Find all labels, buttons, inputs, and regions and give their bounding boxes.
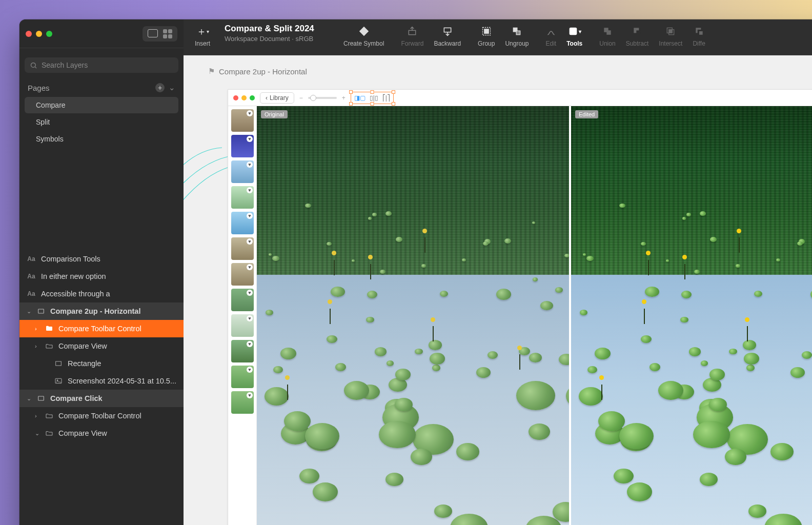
pages-label: Pages — [28, 84, 50, 92]
svg-rect-6 — [38, 396, 44, 400]
svg-rect-2 — [38, 309, 44, 313]
thumbnail[interactable]: ♥ — [231, 366, 254, 388]
layer-group[interactable]: ⌄ Compare View — [19, 425, 184, 442]
canvas[interactable]: ⚑ Compare 2up - Horizontal ‹ Library − — [184, 55, 812, 525]
disclosure-icon[interactable]: › — [35, 343, 40, 349]
send-backward-icon — [442, 25, 453, 38]
add-page-button[interactable]: + — [155, 83, 165, 92]
favorite-icon[interactable]: ♥ — [247, 264, 253, 270]
mock-body: ♥♥♥♥♥♥♥♥♥♥♥♥ Original Edited — [228, 106, 812, 525]
compare-slider-icon[interactable]: ⎡|⎤ — [382, 94, 390, 102]
thumbnail[interactable]: ♥ — [231, 289, 254, 311]
layer-group[interactable]: › Compare Toolbar Control — [19, 407, 184, 425]
favorite-icon[interactable]: ♥ — [247, 315, 253, 321]
search-layers-input[interactable]: Search Layers — [25, 57, 178, 73]
thumbnail[interactable]: ♥ — [231, 263, 254, 286]
thumbnail[interactable]: ♥ — [231, 340, 254, 362]
rectangle-icon — [54, 359, 63, 368]
library-back-button[interactable]: ‹ Library — [260, 92, 294, 104]
text-layer[interactable]: AaAccessible through a — [19, 285, 184, 302]
favorite-icon[interactable]: ♥ — [247, 290, 253, 296]
zoom-slider[interactable]: − + — [299, 94, 346, 102]
disclosure-icon[interactable]: ⌄ — [35, 430, 40, 437]
group-button[interactable]: Group — [473, 24, 500, 48]
favorite-icon[interactable]: ♥ — [247, 238, 253, 245]
disclosure-icon[interactable]: ⌄ — [27, 308, 32, 315]
layer-selected[interactable]: › Compare Toolbar Control — [19, 320, 184, 337]
canvas-view-icon[interactable] — [148, 29, 158, 37]
thumbnail[interactable]: ♥ — [231, 109, 254, 132]
text-layer[interactable]: AaComparison Tools — [19, 250, 184, 268]
thumbnail-strip[interactable]: ♥♥♥♥♥♥♥♥♥♥♥♥ — [228, 106, 257, 525]
layer-rectangle[interactable]: Rectangle — [19, 355, 184, 372]
pane-original[interactable]: Original — [257, 106, 569, 525]
pane-edited[interactable]: Edited — [569, 106, 812, 525]
document-title[interactable]: Compare & Split 2024 Workspace Document … — [215, 24, 338, 43]
minimize-window-icon[interactable] — [36, 31, 42, 37]
thumbnail[interactable]: ♥ — [231, 237, 254, 260]
artboard-icon — [37, 307, 45, 315]
layer-image[interactable]: Screenshot 2024-05-31 at 10.5... — [19, 372, 184, 390]
page-item[interactable]: Compare — [25, 97, 178, 113]
favorite-icon[interactable]: ♥ — [247, 367, 253, 373]
forward-button[interactable]: Forward — [396, 24, 429, 48]
favorite-icon[interactable]: ♥ — [247, 161, 253, 168]
collapse-pages-icon[interactable]: ⌄ — [169, 83, 175, 92]
insert-button[interactable]: ＋▾ Insert — [190, 24, 215, 48]
grid-view-icon[interactable] — [163, 29, 172, 38]
favorite-icon[interactable]: ♥ — [247, 187, 253, 193]
fullscreen-window-icon[interactable] — [46, 31, 52, 37]
thumbnail[interactable]: ♥ — [231, 314, 254, 337]
artboard-label[interactable]: ⚑ Compare 2up - Horizontal — [208, 67, 307, 76]
disclosure-icon[interactable]: › — [35, 326, 40, 332]
top-toolbar: ＋▾ Insert Compare & Split 2024 Workspace… — [184, 19, 812, 55]
favorite-icon[interactable]: ♥ — [247, 341, 253, 347]
ungroup-icon — [512, 25, 522, 38]
create-symbol-button[interactable]: Create Symbol — [338, 24, 389, 48]
compare-split-icon[interactable]: ▯|▯ — [370, 94, 378, 102]
main-area: ＋▾ Insert Compare & Split 2024 Workspace… — [184, 19, 812, 525]
compare-2up-icon[interactable]: ◨▢ — [354, 94, 366, 102]
minus-icon[interactable]: − — [299, 94, 303, 102]
sidebar-view-toggle[interactable] — [143, 26, 177, 42]
svg-rect-3 — [56, 361, 62, 366]
artboard[interactable]: ‹ Library − + ◨▢ ▯|▯ ⎡|⎤ — [228, 89, 812, 525]
traffic-lights[interactable] — [26, 31, 52, 37]
close-window-icon[interactable] — [26, 31, 32, 37]
edit-button[interactable]: Edit — [540, 24, 561, 48]
thumbnail[interactable]: ♥ — [231, 212, 254, 234]
artboard-group[interactable]: ⌄ Compare 2up - Horizontal — [19, 302, 184, 320]
edited-badge: Edited — [575, 110, 598, 118]
group-icon — [481, 25, 492, 38]
favorite-icon[interactable]: ♥ — [247, 136, 253, 142]
layer-group[interactable]: › Compare View — [19, 337, 184, 355]
thumbnail[interactable]: ♥ — [231, 160, 254, 183]
disclosure-icon[interactable]: › — [35, 413, 40, 419]
ungroup-button[interactable]: Ungroup — [500, 24, 534, 48]
thumbnail[interactable]: ♥ — [231, 186, 254, 209]
flag-icon: ⚑ — [208, 67, 215, 76]
svg-rect-17 — [669, 30, 673, 33]
search-placeholder: Search Layers — [42, 61, 88, 69]
tools-button[interactable]: ▾ Tools — [561, 24, 587, 48]
favorite-icon[interactable]: ♥ — [247, 392, 253, 398]
sidebar: Canvas Search Layers Pages + ⌄ CompareSp… — [19, 19, 184, 525]
backward-button[interactable]: Backward — [429, 24, 466, 48]
text-layer[interactable]: AaIn either new option — [19, 268, 184, 285]
thumbnail[interactable]: ♥ — [231, 135, 254, 157]
folder-group-icon — [45, 429, 53, 437]
compare-toolbar-control-selection[interactable]: ◨▢ ▯|▯ ⎡|⎤ — [351, 92, 394, 104]
union-button[interactable]: Union — [594, 24, 620, 48]
titlebar — [19, 19, 184, 48]
favorite-icon[interactable]: ♥ — [247, 110, 253, 116]
subtract-button[interactable]: Subtract — [621, 24, 654, 48]
disclosure-icon[interactable]: ⌄ — [27, 395, 32, 402]
plus-icon[interactable]: + — [342, 94, 346, 102]
difference-button[interactable]: Diffe — [687, 24, 710, 48]
intersect-button[interactable]: Intersect — [654, 24, 687, 48]
artboard-group[interactable]: ⌄ Compare Click — [19, 390, 184, 407]
page-item[interactable]: Split — [25, 114, 178, 130]
page-item[interactable]: Symbols — [25, 131, 178, 147]
thumbnail[interactable]: ♥ — [231, 391, 254, 414]
favorite-icon[interactable]: ♥ — [247, 213, 253, 219]
